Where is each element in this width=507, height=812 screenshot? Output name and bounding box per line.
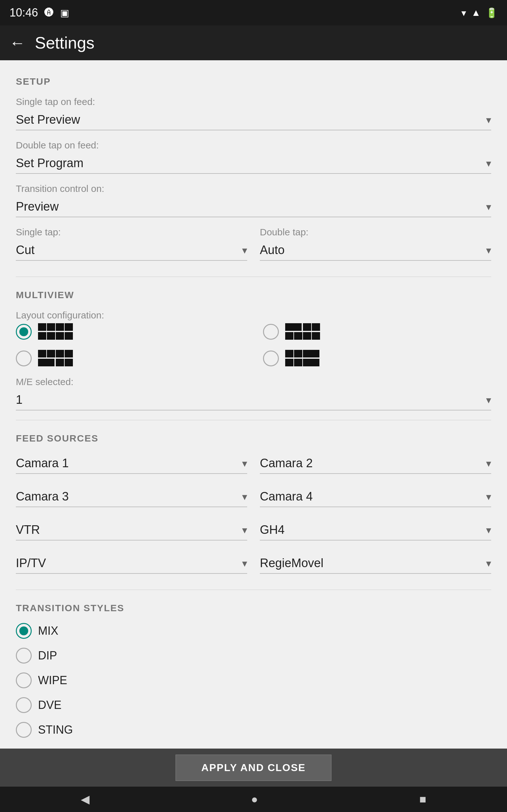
svg-rect-19 bbox=[38, 359, 55, 366]
camara4-arrow: ▾ bbox=[486, 491, 491, 503]
feed-sources-section: FEED SOURCES Camara 1 ▾ Camara 2 ▾ Camar… bbox=[16, 433, 491, 583]
layout-option-3[interactable] bbox=[16, 350, 244, 367]
layout-icon-1 bbox=[38, 323, 73, 340]
wipe-label: WIPE bbox=[38, 674, 67, 687]
feed-row-2: Camara 3 ▾ Camara 4 ▾ bbox=[16, 487, 491, 517]
svg-rect-14 bbox=[312, 332, 320, 340]
iptv-value: IP/TV bbox=[16, 556, 46, 570]
settings-content: SETUP Single tap on feed: Set Preview ▾ … bbox=[0, 60, 507, 749]
me-selected-dropdown[interactable]: 1 ▾ bbox=[16, 390, 491, 410]
layout-radio-2 bbox=[263, 324, 279, 340]
svg-rect-24 bbox=[303, 350, 320, 357]
svg-rect-16 bbox=[47, 350, 55, 357]
svg-rect-26 bbox=[294, 359, 302, 366]
single-tap-dropdown[interactable]: Cut ▾ bbox=[16, 240, 247, 261]
transition-sting[interactable]: STING bbox=[16, 722, 491, 738]
transition-mix[interactable]: MIX bbox=[16, 623, 491, 639]
layout-icon-2 bbox=[285, 323, 320, 340]
single-tap-feed-dropdown[interactable]: Set Preview ▾ bbox=[16, 110, 491, 131]
svg-rect-12 bbox=[294, 332, 302, 340]
camara4-dropdown[interactable]: Camara 4 ▾ bbox=[260, 487, 491, 507]
svg-rect-9 bbox=[303, 323, 311, 331]
svg-rect-8 bbox=[285, 323, 302, 331]
feed-col-regiemovel: RegieMovel ▾ bbox=[260, 553, 491, 583]
layout-option-4[interactable] bbox=[263, 350, 491, 367]
transition-styles-header: TRANSITION STYLES bbox=[16, 603, 491, 613]
feed-col-gh4: GH4 ▾ bbox=[260, 520, 491, 550]
camara2-dropdown[interactable]: Camara 2 ▾ bbox=[260, 453, 491, 474]
regiemovel-dropdown[interactable]: RegieMovel ▾ bbox=[260, 553, 491, 574]
feed-col-camara2: Camara 2 ▾ bbox=[260, 453, 491, 484]
feed-sources-header: FEED SOURCES bbox=[16, 433, 491, 444]
dip-radio bbox=[16, 648, 32, 664]
setup-divider bbox=[16, 276, 491, 277]
nav-home-button[interactable]: ● bbox=[251, 793, 258, 806]
back-button[interactable]: ← bbox=[9, 35, 25, 51]
regiemovel-value: RegieMovel bbox=[260, 556, 324, 570]
status-bar: 10:46 🅐 ▣ ▾ ▲ 🔋 bbox=[0, 0, 507, 26]
transition-styles-section: TRANSITION STYLES MIX DIP WIPE DVE STING bbox=[16, 603, 491, 738]
double-tap-value: Auto bbox=[260, 243, 285, 257]
camara4-value: Camara 4 bbox=[260, 490, 313, 503]
single-tap-feed-arrow: ▾ bbox=[486, 114, 491, 126]
dip-label: DIP bbox=[38, 649, 57, 662]
a-icon: 🅐 bbox=[44, 7, 54, 18]
svg-rect-6 bbox=[56, 332, 64, 340]
nav-bar: ◀ ● ■ bbox=[0, 786, 507, 812]
camara3-arrow: ▾ bbox=[242, 491, 247, 503]
single-tap-arrow: ▾ bbox=[242, 244, 247, 256]
setup-section: SETUP Single tap on feed: Set Preview ▾ … bbox=[16, 76, 491, 270]
feed-row-3: VTR ▾ GH4 ▾ bbox=[16, 520, 491, 550]
multiview-header: MULTIVIEW bbox=[16, 290, 491, 300]
double-tap-dropdown[interactable]: Auto ▾ bbox=[260, 240, 491, 261]
dve-radio bbox=[16, 697, 32, 713]
me-selected-label: M/E selected: bbox=[16, 376, 491, 387]
multiview-section: MULTIVIEW Layout configuration: bbox=[16, 290, 491, 410]
regiemovel-arrow: ▾ bbox=[486, 557, 491, 569]
svg-rect-22 bbox=[285, 350, 293, 357]
svg-rect-2 bbox=[56, 323, 64, 331]
feed-col-camara3: Camara 3 ▾ bbox=[16, 487, 247, 517]
svg-rect-5 bbox=[47, 332, 55, 340]
layout-option-1[interactable] bbox=[16, 323, 244, 340]
svg-rect-15 bbox=[38, 350, 46, 357]
gh4-dropdown[interactable]: GH4 ▾ bbox=[260, 520, 491, 541]
single-tap-feed-label: Single tap on feed: bbox=[16, 96, 491, 107]
tap-controls: Single tap: Cut ▾ Double tap: Auto ▾ bbox=[16, 227, 491, 270]
sting-radio bbox=[16, 722, 32, 738]
transition-control-dropdown[interactable]: Preview ▾ bbox=[16, 197, 491, 217]
svg-rect-21 bbox=[65, 359, 73, 366]
svg-rect-4 bbox=[38, 332, 46, 340]
transition-dip[interactable]: DIP bbox=[16, 648, 491, 664]
apply-close-button[interactable]: APPLY AND CLOSE bbox=[176, 755, 331, 781]
nav-back-button[interactable]: ◀ bbox=[81, 793, 90, 806]
vtr-dropdown[interactable]: VTR ▾ bbox=[16, 520, 247, 541]
transition-dve[interactable]: DVE bbox=[16, 697, 491, 713]
wifi-icon: ▾ bbox=[461, 7, 466, 18]
iptv-arrow: ▾ bbox=[242, 557, 247, 569]
gh4-arrow: ▾ bbox=[486, 524, 491, 536]
layout-radio-1 bbox=[16, 324, 32, 340]
feed-col-camara1: Camara 1 ▾ bbox=[16, 453, 247, 484]
nav-recent-button[interactable]: ■ bbox=[419, 793, 427, 806]
iptv-dropdown[interactable]: IP/TV ▾ bbox=[16, 553, 247, 574]
transition-wipe[interactable]: WIPE bbox=[16, 672, 491, 688]
feed-col-iptv: IP/TV ▾ bbox=[16, 553, 247, 583]
double-tap-feed-dropdown[interactable]: Set Program ▾ bbox=[16, 153, 491, 174]
svg-rect-18 bbox=[65, 350, 73, 357]
layout-option-2[interactable] bbox=[263, 323, 491, 340]
svg-rect-23 bbox=[294, 350, 302, 357]
layout-icon-4 bbox=[285, 350, 320, 367]
layout-radio-grid bbox=[16, 323, 491, 367]
sim-icon: ▣ bbox=[60, 7, 69, 18]
svg-rect-17 bbox=[56, 350, 64, 357]
signal-icon: ▲ bbox=[471, 7, 481, 18]
camara2-value: Camara 2 bbox=[260, 456, 313, 470]
camara3-dropdown[interactable]: Camara 3 ▾ bbox=[16, 487, 247, 507]
transition-control-label: Transition control on: bbox=[16, 183, 491, 194]
svg-rect-11 bbox=[285, 332, 293, 340]
vtr-arrow: ▾ bbox=[242, 524, 247, 536]
camara1-dropdown[interactable]: Camara 1 ▾ bbox=[16, 453, 247, 474]
svg-rect-20 bbox=[56, 359, 64, 366]
single-tap-feed-value: Set Preview bbox=[16, 113, 80, 126]
